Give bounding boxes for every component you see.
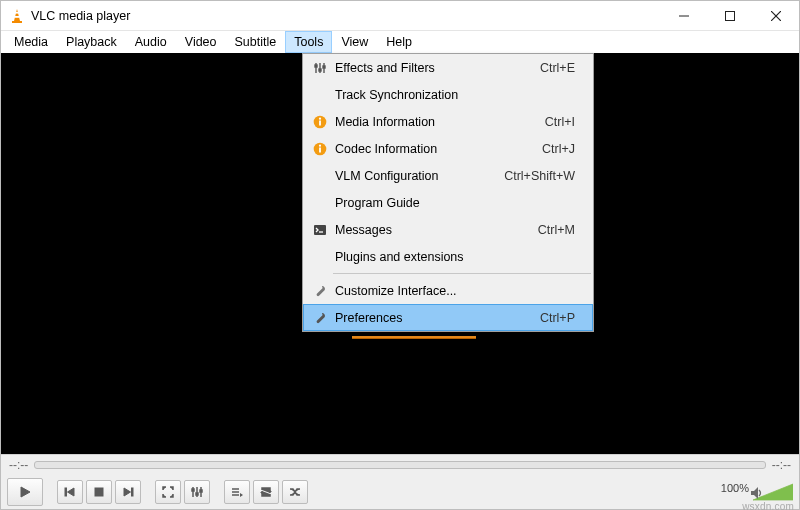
maximize-button[interactable] <box>707 1 753 31</box>
menubar: Media Playback Audio Video Subtitle Tool… <box>1 31 799 53</box>
wrench-icon <box>309 284 331 298</box>
menu-label: Help <box>386 35 412 49</box>
menuitem-vlm-config[interactable]: VLM Configuration Ctrl+Shift+W <box>303 162 593 189</box>
menuitem-label: Track Synchronization <box>335 88 575 102</box>
svg-rect-13 <box>132 488 134 496</box>
svg-rect-33 <box>319 69 321 71</box>
menu-media[interactable]: Media <box>5 31 57 53</box>
close-button[interactable] <box>753 1 799 31</box>
svg-rect-1 <box>12 21 22 23</box>
ext-settings-button[interactable] <box>184 480 210 504</box>
svg-rect-18 <box>196 493 198 495</box>
tools-dropdown: Effects and Filters Ctrl+E Track Synchro… <box>302 53 594 332</box>
svg-point-40 <box>319 144 321 146</box>
controls-row: 100% <box>1 475 799 509</box>
play-button[interactable] <box>7 478 43 506</box>
time-elapsed: --:-- <box>9 458 28 472</box>
menu-label: Video <box>185 35 217 49</box>
menu-audio[interactable]: Audio <box>126 31 176 53</box>
svg-rect-11 <box>95 488 103 496</box>
seek-slider[interactable] <box>34 461 765 469</box>
menu-label: Subtitle <box>235 35 277 49</box>
svg-rect-17 <box>192 489 194 491</box>
svg-rect-32 <box>315 65 317 67</box>
svg-rect-34 <box>323 66 325 68</box>
svg-marker-10 <box>68 488 75 496</box>
app-title: VLC media player <box>31 9 661 23</box>
wrench-icon <box>309 311 331 325</box>
menu-help[interactable]: Help <box>377 31 421 53</box>
svg-rect-19 <box>200 490 202 492</box>
time-remaining: --:-- <box>772 458 791 472</box>
svg-marker-12 <box>124 488 131 496</box>
bottom-panel: --:-- --:-- <box>1 454 799 509</box>
menu-label: Playback <box>66 35 117 49</box>
menuitem-label: Codec Information <box>335 142 542 156</box>
stop-button[interactable] <box>86 480 112 504</box>
minimize-button[interactable] <box>661 1 707 31</box>
volume-percent: 100% <box>721 482 749 494</box>
svg-marker-0 <box>14 9 20 21</box>
menu-playback[interactable]: Playback <box>57 31 126 53</box>
menuitem-messages[interactable]: Messages Ctrl+M <box>303 216 593 243</box>
menuitem-program-guide[interactable]: Program Guide <box>303 189 593 216</box>
timebar: --:-- --:-- <box>1 455 799 475</box>
menu-subtitle[interactable]: Subtitle <box>226 31 286 53</box>
svg-point-37 <box>319 117 321 119</box>
splash-cone-edge <box>352 336 476 341</box>
loop-button[interactable] <box>253 480 279 504</box>
menu-label: Tools <box>294 35 323 49</box>
svg-rect-36 <box>319 120 321 125</box>
menuitem-shortcut: Ctrl+E <box>540 61 575 75</box>
menuitem-label: Messages <box>335 223 538 237</box>
svg-rect-39 <box>319 147 321 152</box>
fullscreen-button[interactable] <box>155 480 181 504</box>
menuitem-shortcut: Ctrl+M <box>538 223 575 237</box>
menuitem-customize-interface[interactable]: Customize Interface... <box>303 277 593 304</box>
svg-rect-3 <box>15 16 20 18</box>
menuitem-media-info[interactable]: Media Information Ctrl+I <box>303 108 593 135</box>
menuitem-label: VLM Configuration <box>335 169 504 183</box>
menuitem-shortcut: Ctrl+I <box>545 115 575 129</box>
prev-button[interactable] <box>57 480 83 504</box>
sliders-icon <box>309 61 331 75</box>
menu-view[interactable]: View <box>332 31 377 53</box>
svg-rect-41 <box>314 225 326 235</box>
volume-control[interactable]: 100% <box>721 482 793 502</box>
terminal-icon <box>309 223 331 237</box>
menu-tools[interactable]: Tools <box>285 31 332 53</box>
menuitem-track-sync[interactable]: Track Synchronization <box>303 81 593 108</box>
menuitem-shortcut: Ctrl+Shift+W <box>504 169 575 183</box>
svg-rect-9 <box>65 488 67 496</box>
next-button[interactable] <box>115 480 141 504</box>
menuitem-shortcut: Ctrl+J <box>542 142 575 156</box>
shuffle-button[interactable] <box>282 480 308 504</box>
menuitem-effects-filters[interactable]: Effects and Filters Ctrl+E <box>303 54 593 81</box>
menuitem-preferences[interactable]: Preferences Ctrl+P <box>303 304 593 331</box>
menuitem-codec-info[interactable]: Codec Information Ctrl+J <box>303 135 593 162</box>
menuitem-label: Preferences <box>335 311 540 325</box>
menuitem-label: Effects and Filters <box>335 61 540 75</box>
menuitem-label: Customize Interface... <box>335 284 575 298</box>
menuitem-plugins[interactable]: Plugins and extensions <box>303 243 593 270</box>
menuitem-shortcut: Ctrl+P <box>540 311 575 325</box>
menuitem-label: Plugins and extensions <box>335 250 575 264</box>
svg-marker-8 <box>21 487 30 497</box>
playlist-button[interactable] <box>224 480 250 504</box>
vlc-cone-icon <box>9 8 25 24</box>
watermark: wsxdn.com <box>742 501 794 510</box>
info-icon <box>309 115 331 129</box>
svg-rect-2 <box>15 12 19 14</box>
info-icon <box>309 142 331 156</box>
volume-slider-icon[interactable] <box>753 482 793 502</box>
svg-rect-5 <box>726 11 735 20</box>
menuitem-label: Media Information <box>335 115 545 129</box>
menu-label: Audio <box>135 35 167 49</box>
menuitem-label: Program Guide <box>335 196 575 210</box>
menu-video[interactable]: Video <box>176 31 226 53</box>
menu-label: View <box>341 35 368 49</box>
menu-label: Media <box>14 35 48 49</box>
svg-marker-23 <box>240 493 243 497</box>
menu-separator <box>333 273 591 274</box>
titlebar: VLC media player <box>1 1 799 31</box>
